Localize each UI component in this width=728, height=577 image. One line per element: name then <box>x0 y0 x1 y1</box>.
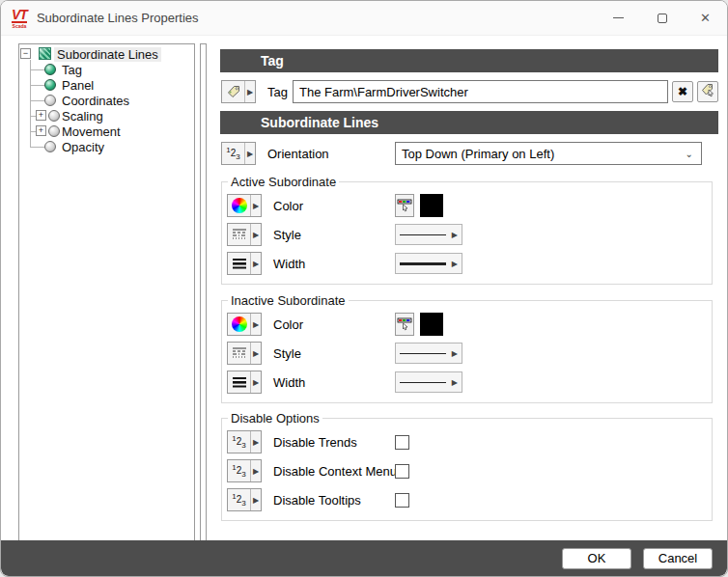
inactive-color-menu-button[interactable]: ▶ <box>227 313 262 336</box>
inactive-width-select[interactable]: ▶ <box>395 371 462 393</box>
tree-connector-tick <box>30 85 44 86</box>
active-color-swatch[interactable] <box>420 194 443 217</box>
tree-item-panel[interactable]: Panel <box>19 77 194 93</box>
inactive-color-picker-button[interactable] <box>395 313 414 336</box>
tree-connector-tick <box>30 100 44 101</box>
inactive-width-menu-button[interactable]: ▶ <box>227 371 262 394</box>
tree-item-label: Coordinates <box>62 94 129 108</box>
gray-dot-icon <box>48 125 60 137</box>
split-arrow-icon[interactable]: ▶ <box>250 431 261 453</box>
properties-panel: Tag ▶ Tag ✖ Subordinate Lines 123 <box>213 43 718 542</box>
line-style-icon <box>228 224 250 245</box>
tag-section-header: Tag <box>220 49 718 72</box>
numeric-value-icon: 123 <box>232 435 245 450</box>
tree-item-label: Movement <box>62 124 121 139</box>
inactive-subordinate-group: Inactive Subordinate ▶ Color <box>221 293 713 403</box>
line-sample <box>400 262 446 265</box>
minimize-button[interactable] <box>597 1 640 35</box>
chevron-down-icon: ⌄ <box>686 149 693 159</box>
dialog-footer: OK Cancel <box>1 540 727 576</box>
tree-item-movement[interactable]: + Movement <box>19 124 194 139</box>
inactive-style-menu-button[interactable]: ▶ <box>227 342 262 365</box>
active-style-select[interactable]: ▶ <box>395 224 462 245</box>
orientation-select[interactable]: Top Down (Primary on Left) ⌄ <box>395 142 702 165</box>
green-dot-icon <box>44 79 56 91</box>
split-arrow-icon[interactable]: ▶ <box>250 460 261 481</box>
maximize-button[interactable] <box>640 1 684 35</box>
color-wheel-icon <box>232 198 247 213</box>
tree-item-label: Subordinate Lines <box>54 47 161 62</box>
subordinate-section-header: Subordinate Lines <box>220 111 718 134</box>
tree-connector-tick <box>30 69 44 70</box>
split-arrow-icon[interactable]: ▶ <box>250 371 261 393</box>
expander-plus-icon[interactable]: + <box>36 110 46 121</box>
split-arrow-icon[interactable]: ▶ <box>244 81 255 102</box>
active-subordinate-legend: Active Subordinate <box>228 175 339 189</box>
tree-item-scaling[interactable]: + Scaling <box>19 108 194 124</box>
gray-dot-icon <box>44 95 56 106</box>
disable-trends-checkbox[interactable] <box>395 435 409 450</box>
numeric-value-icon: 123 <box>232 493 245 508</box>
panel-splitter[interactable] <box>200 43 207 542</box>
line-sample <box>400 382 446 383</box>
tag-input[interactable] <box>293 80 668 103</box>
tree-item-subordinate-lines[interactable]: − Subordinate Lines <box>19 46 194 62</box>
split-arrow-icon[interactable]: ▶ <box>250 224 261 245</box>
active-style-menu-button[interactable]: ▶ <box>227 223 262 246</box>
color-wheel-icon <box>232 316 247 332</box>
vtscada-logo-icon: VT Scada <box>12 8 27 29</box>
tree-item-label: Scaling <box>62 109 103 124</box>
active-subordinate-group: Active Subordinate ▶ Color <box>221 175 713 285</box>
split-arrow-icon[interactable]: ▶ <box>244 143 255 164</box>
line-width-icon <box>228 253 250 274</box>
split-arrow-icon: ▶ <box>452 349 458 358</box>
dialog-window: VT Scada Subordinate Lines Properties ✕ … <box>0 0 728 577</box>
clear-tag-button[interactable]: ✖ <box>672 81 693 102</box>
split-arrow-icon[interactable]: ▶ <box>250 343 261 364</box>
disable-options-legend: Disable Options <box>228 411 322 426</box>
tree-item-opacity[interactable]: Opacity <box>19 139 194 154</box>
disable-context-menu-menu-button[interactable]: 123 ▶ <box>227 459 262 482</box>
property-tree: − Subordinate Lines Tag Panel Coordinate… <box>18 43 195 542</box>
tree-item-coordinates[interactable]: Coordinates <box>19 93 194 108</box>
ok-button[interactable]: OK <box>562 548 631 569</box>
expander-plus-icon[interactable]: + <box>36 125 46 136</box>
orientation-value: Top Down (Primary on Left) <box>402 147 554 161</box>
disable-trends-menu-button[interactable]: 123 ▶ <box>227 430 262 453</box>
disable-tooltips-checkbox[interactable] <box>395 493 409 508</box>
gray-dot-icon <box>48 110 60 122</box>
disable-tooltips-menu-button[interactable]: 123 ▶ <box>227 488 262 511</box>
line-width-icon <box>228 371 250 393</box>
split-arrow-icon[interactable]: ▶ <box>250 195 261 216</box>
expander-minus-icon[interactable]: − <box>20 48 31 59</box>
split-arrow-icon[interactable]: ▶ <box>250 489 261 510</box>
tag-menu-button[interactable]: ▶ <box>221 80 256 103</box>
active-color-menu-button[interactable]: ▶ <box>227 194 262 217</box>
cancel-button[interactable]: Cancel <box>643 548 713 569</box>
tree-item-tag[interactable]: Tag <box>19 62 194 77</box>
numeric-value-icon: 123 <box>232 464 245 479</box>
split-arrow-icon[interactable]: ▶ <box>250 253 261 274</box>
disable-context-menu-checkbox[interactable] <box>395 464 409 479</box>
orientation-menu-button[interactable]: 123 ▶ <box>221 142 256 165</box>
active-width-label: Width <box>273 257 395 271</box>
close-button[interactable]: ✕ <box>684 1 727 35</box>
split-arrow-icon[interactable]: ▶ <box>250 314 261 335</box>
orientation-label: Orientation <box>267 147 395 161</box>
rgb-picker-icon <box>397 198 412 213</box>
clear-x-icon: ✖ <box>678 85 687 98</box>
numeric-value-icon: 123 <box>226 147 239 161</box>
inactive-style-select[interactable]: ▶ <box>395 343 462 364</box>
tree-item-label: Panel <box>62 78 94 93</box>
inactive-subordinate-legend: Inactive Subordinate <box>228 293 349 308</box>
root-node-icon <box>39 47 51 60</box>
logo-vt-text: VT <box>12 8 27 23</box>
disable-context-menu-label: Disable Context Menu <box>273 464 395 479</box>
green-dot-icon <box>44 64 56 75</box>
disable-options-group: Disable Options 123 ▶ Disable Trends 123… <box>221 411 713 521</box>
active-width-menu-button[interactable]: ▶ <box>227 252 262 275</box>
active-color-picker-button[interactable] <box>395 194 414 217</box>
browse-tag-button[interactable] <box>697 81 718 102</box>
inactive-color-swatch[interactable] <box>420 313 443 336</box>
active-width-select[interactable]: ▶ <box>395 253 462 274</box>
